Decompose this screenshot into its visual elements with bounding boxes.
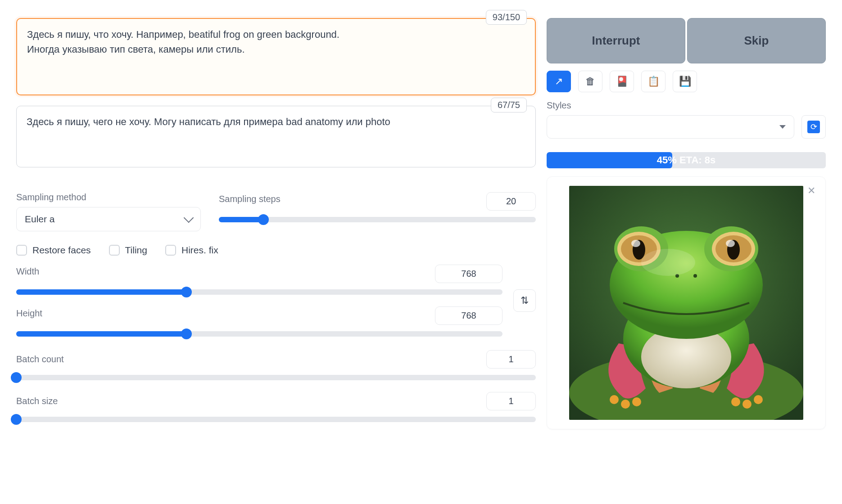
width-label: Width [16,266,39,277]
tiling-checkbox[interactable]: Tiling [109,245,147,256]
save-button[interactable]: 💾 [673,71,697,92]
svg-point-4 [632,397,641,406]
swap-icon: ⇅ [521,295,529,306]
sampling-steps-label: Sampling steps [219,194,281,204]
dropdown-icon [779,125,786,129]
height-slider[interactable] [16,331,502,337]
arrow-icon: ↗ [555,76,563,87]
prompt-field-wrap: 93/150 [16,18,536,98]
skip-button[interactable]: Skip [687,18,826,63]
svg-point-3 [621,400,630,409]
batch-count-label: Batch count [16,354,64,364]
sampling-steps-value[interactable]: 20 [486,192,536,211]
batch-size-label: Batch size [16,396,58,406]
preview-box: ✕ [547,176,826,429]
progress-text: 45% ETA: 8s [547,152,826,168]
svg-point-20 [726,240,735,247]
sampling-method-select[interactable]: Euler a [16,207,201,231]
style-button[interactable]: 🎴 [610,71,634,92]
trash-icon: 🗑 [585,76,595,87]
styles-label: Styles [547,100,794,111]
svg-point-6 [742,400,751,409]
prompt-token-count: 93/150 [486,10,527,25]
restore-faces-checkbox[interactable]: Restore faces [16,245,91,256]
svg-point-19 [631,240,640,247]
negative-token-count: 67/75 [491,98,527,112]
prompt-input[interactable] [16,18,536,95]
negative-field-wrap: 67/75 [16,106,536,170]
generated-image [569,186,803,420]
width-value[interactable]: 768 [435,265,502,283]
swap-dimensions-button[interactable]: ⇅ [513,289,536,312]
sampling-steps-slider[interactable] [219,217,536,222]
clipboard-button[interactable]: 📋 [641,71,665,92]
refresh-styles-button[interactable]: ⟳ [801,115,826,139]
save-icon: 💾 [679,76,691,87]
svg-point-5 [754,395,763,404]
sampling-method-value: Euler a [25,214,55,225]
interrupt-button[interactable]: Interrupt [547,18,685,63]
refresh-icon: ⟳ [810,122,817,132]
delete-button[interactable]: 🗑 [578,71,602,92]
batch-size-slider[interactable] [16,417,536,422]
send-to-button[interactable]: ↗ [547,71,571,92]
styles-select[interactable] [547,115,794,139]
svg-point-23 [641,249,695,276]
negative-prompt-input[interactable] [16,106,536,167]
chevron-down-icon [184,213,194,223]
height-value[interactable]: 768 [435,306,502,325]
card-icon: 🎴 [616,76,628,87]
svg-point-22 [693,274,697,278]
batch-count-slider[interactable] [16,375,536,380]
progress-bar: 45% ETA: 8s [547,152,826,168]
hires-fix-checkbox[interactable]: Hires. fix [165,245,218,256]
batch-count-value[interactable]: 1 [486,350,536,369]
clipboard-icon: 📋 [647,76,660,87]
batch-size-value[interactable]: 1 [486,392,536,410]
close-preview-button[interactable]: ✕ [807,185,815,197]
height-label: Height [16,308,42,319]
svg-point-2 [610,395,619,404]
sampling-method-label: Sampling method [16,192,201,202]
svg-point-7 [731,397,740,406]
width-slider[interactable] [16,289,502,295]
